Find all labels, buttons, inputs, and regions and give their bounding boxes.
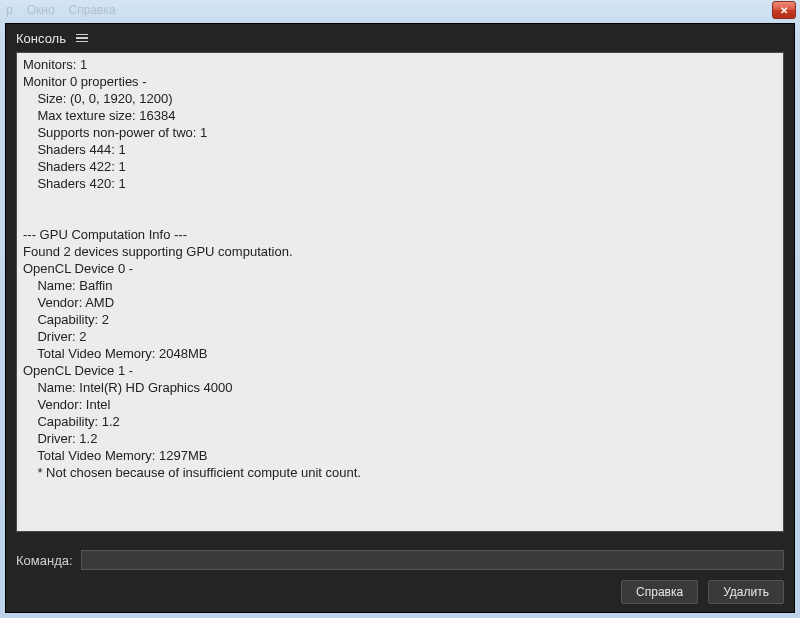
close-button[interactable]: ✕: [772, 1, 796, 19]
outer-window: р Окно Справка ✕ Консоль Monitors: 1 Mon…: [0, 0, 800, 618]
outer-menu-item[interactable]: р: [6, 3, 13, 17]
help-button[interactable]: Справка: [621, 580, 698, 604]
panel-title: Консоль: [16, 31, 66, 46]
outer-menubar: р Окно Справка: [6, 3, 116, 17]
button-row: Справка Удалить: [621, 580, 784, 604]
hamburger-icon[interactable]: [76, 34, 88, 43]
command-row: Команда:: [16, 548, 784, 572]
outer-menu-item[interactable]: Окно: [27, 3, 55, 17]
command-label: Команда:: [16, 553, 73, 568]
console-output-wrap: Monitors: 1 Monitor 0 properties - Size:…: [16, 52, 784, 532]
console-output[interactable]: Monitors: 1 Monitor 0 properties - Size:…: [16, 52, 784, 532]
command-input[interactable]: [81, 550, 784, 570]
outer-menu-item[interactable]: Справка: [69, 3, 116, 17]
console-panel: Консоль Monitors: 1 Monitor 0 properties…: [5, 23, 795, 613]
close-icon: ✕: [780, 5, 788, 16]
clear-button[interactable]: Удалить: [708, 580, 784, 604]
panel-titlebar: Консоль: [6, 24, 794, 52]
